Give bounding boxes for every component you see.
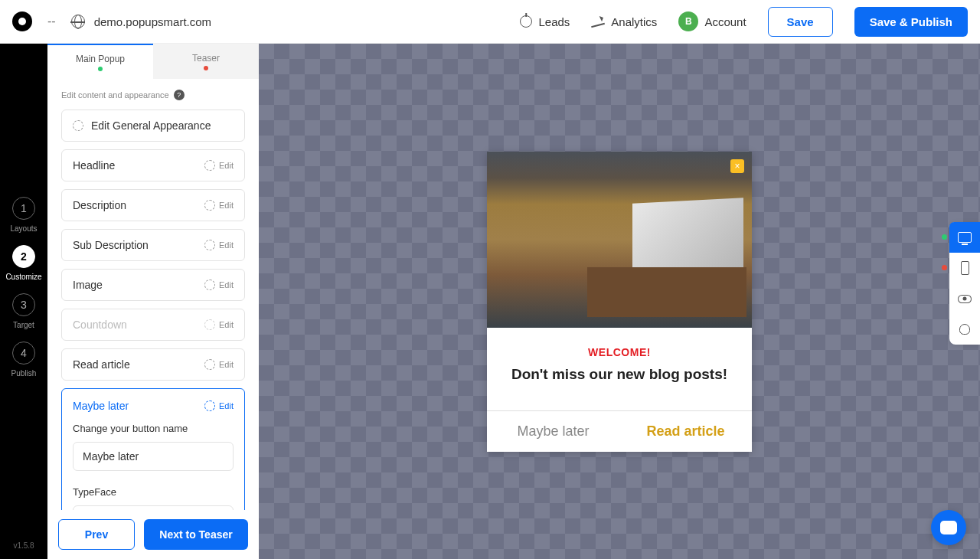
viewport-tools bbox=[949, 222, 980, 345]
gear-icon bbox=[204, 160, 215, 171]
gear-icon bbox=[204, 200, 215, 211]
leads-icon bbox=[520, 15, 532, 28]
analytics-icon bbox=[591, 16, 605, 27]
popup-actions: Maybe later Read article bbox=[487, 410, 752, 452]
chat-icon bbox=[940, 521, 957, 534]
popup-secondary-button[interactable]: Maybe later bbox=[487, 411, 619, 452]
nav-analytics[interactable]: Analytics bbox=[591, 15, 657, 28]
tab-teaser[interactable]: Teaser bbox=[153, 44, 259, 79]
status-dot-icon bbox=[942, 234, 947, 240]
gear-icon bbox=[204, 240, 215, 250]
mobile-icon bbox=[961, 261, 969, 275]
component-maybe-later[interactable]: Maybe later Edit Change your button name… bbox=[61, 388, 245, 510]
button-name-input[interactable] bbox=[73, 442, 234, 471]
mobile-view-button[interactable] bbox=[949, 253, 980, 283]
component-countdown[interactable]: Countdown Edit bbox=[61, 309, 245, 341]
popup-image bbox=[487, 152, 752, 328]
url-separator: -- bbox=[47, 15, 56, 28]
comp-label: Read article bbox=[73, 358, 130, 371]
edit-link: Edit bbox=[219, 360, 234, 369]
prev-button[interactable]: Prev bbox=[58, 519, 135, 550]
desktop-view-button[interactable] bbox=[949, 222, 980, 253]
preview-canvas[interactable]: × WELCOME! Don't miss our new blog posts… bbox=[259, 44, 980, 559]
step-target[interactable]: 3 Target bbox=[12, 293, 35, 329]
step-label: Publish bbox=[11, 369, 37, 378]
edit-link: Edit bbox=[219, 240, 234, 250]
chat-widget[interactable] bbox=[931, 510, 966, 545]
version-label: v1.5.8 bbox=[13, 541, 34, 550]
gear-icon bbox=[204, 400, 215, 411]
site-url[interactable]: demo.popupsmart.com bbox=[94, 15, 211, 28]
comp-label: Sub Description bbox=[73, 239, 149, 251]
edit-link: Edit bbox=[219, 280, 234, 289]
component-description[interactable]: Description Edit bbox=[61, 189, 245, 221]
nav-leads[interactable]: Leads bbox=[520, 15, 570, 28]
edit-link: Edit bbox=[219, 320, 234, 329]
tab-label: Teaser bbox=[192, 53, 220, 64]
brand-logo[interactable] bbox=[12, 11, 32, 31]
comp-label: Countdown bbox=[73, 319, 127, 331]
step-circle: 4 bbox=[12, 342, 35, 364]
customize-panel: Main Popup Teaser Edit content and appea… bbox=[47, 44, 259, 559]
preview-button[interactable] bbox=[949, 283, 980, 314]
status-dot-icon bbox=[98, 67, 103, 71]
comp-label: Headline bbox=[73, 159, 115, 172]
gear-icon bbox=[73, 120, 83, 131]
save-button[interactable]: Save bbox=[768, 7, 833, 37]
popup-preview: × WELCOME! Don't miss our new blog posts… bbox=[487, 152, 752, 452]
help-icon[interactable]: ? bbox=[174, 90, 185, 100]
tab-label: Main Popup bbox=[76, 54, 125, 64]
step-label: Target bbox=[13, 321, 34, 329]
status-dot-icon bbox=[942, 265, 947, 270]
edit-link: Edit bbox=[219, 401, 234, 410]
topbar: -- demo.popupsmart.com Leads Analytics B… bbox=[0, 0, 980, 44]
edit-link: Edit bbox=[219, 161, 234, 170]
comp-label: Image bbox=[73, 279, 103, 291]
status-dot-icon bbox=[204, 66, 208, 70]
field-label-button-name: Change your button name bbox=[73, 423, 234, 434]
save-publish-button[interactable]: Save & Publish bbox=[854, 7, 968, 37]
component-sub-description[interactable]: Sub Description Edit bbox=[61, 229, 245, 261]
close-icon[interactable]: × bbox=[730, 159, 744, 173]
debug-button[interactable] bbox=[949, 314, 980, 345]
avatar: B bbox=[678, 11, 698, 31]
nav-analytics-label: Analytics bbox=[611, 15, 657, 28]
eye-icon bbox=[958, 295, 972, 303]
nav-account[interactable]: B Account bbox=[678, 11, 746, 31]
edit-general-appearance[interactable]: Edit General Appearance bbox=[61, 110, 245, 142]
panel-tabs: Main Popup Teaser bbox=[47, 44, 259, 79]
panel-body[interactable]: Edit content and appearance ? Edit Gener… bbox=[47, 79, 259, 510]
gear-icon bbox=[204, 280, 215, 290]
panel-subtitle: Edit content and appearance ? bbox=[61, 90, 245, 100]
step-circle: 2 bbox=[12, 245, 35, 268]
step-circle: 3 bbox=[12, 293, 35, 316]
globe-icon bbox=[71, 15, 85, 28]
desktop-icon bbox=[958, 232, 972, 243]
step-publish[interactable]: 4 Publish bbox=[11, 342, 37, 378]
popup-primary-button[interactable]: Read article bbox=[619, 411, 752, 452]
tab-main-popup[interactable]: Main Popup bbox=[47, 44, 153, 79]
component-image[interactable]: Image Edit bbox=[61, 269, 245, 301]
step-customize[interactable]: 2 Customize bbox=[5, 245, 41, 281]
component-read-article[interactable]: Read article Edit bbox=[61, 348, 245, 381]
popup-kicker: WELCOME! bbox=[501, 346, 738, 358]
next-button[interactable]: Next to Teaser bbox=[144, 519, 248, 550]
nav-leads-label: Leads bbox=[538, 15, 570, 28]
popup-headline: Don't miss our new blog posts! bbox=[501, 366, 738, 383]
step-rail: 1 Layouts 2 Customize 3 Target 4 Publish… bbox=[0, 44, 47, 559]
step-circle: 1 bbox=[12, 197, 35, 220]
comp-label: Edit General Appearance bbox=[91, 119, 211, 132]
nav-account-label: Account bbox=[704, 15, 746, 28]
edit-link: Edit bbox=[219, 201, 234, 210]
comp-label: Description bbox=[73, 199, 126, 211]
gear-icon bbox=[204, 359, 215, 370]
comp-label: Maybe later bbox=[73, 400, 129, 412]
step-label: Customize bbox=[5, 273, 41, 281]
gear-icon bbox=[204, 319, 215, 330]
panel-footer: Prev Next to Teaser bbox=[47, 510, 259, 559]
step-label: Layouts bbox=[10, 224, 37, 233]
bug-icon bbox=[959, 324, 970, 335]
field-label-typeface: TypeFace bbox=[73, 486, 234, 498]
step-layouts[interactable]: 1 Layouts bbox=[10, 197, 37, 233]
component-headline[interactable]: Headline Edit bbox=[61, 149, 245, 181]
